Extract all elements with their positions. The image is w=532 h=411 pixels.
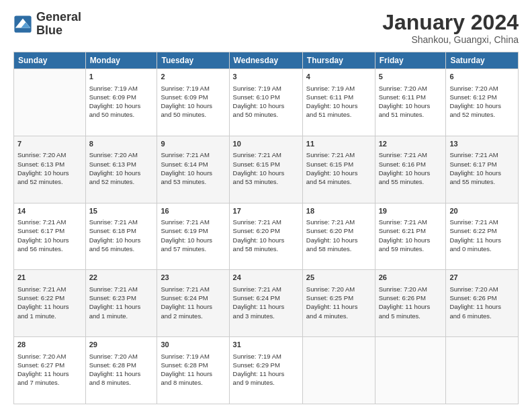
- day-info-line: Sunset: 6:26 PM: [449, 293, 515, 302]
- day-number: 28: [17, 340, 82, 350]
- day-number: 24: [233, 273, 299, 283]
- day-number: 21: [17, 273, 82, 283]
- day-number: 4: [306, 72, 371, 82]
- table-row: [446, 337, 519, 404]
- day-info-line: Daylight: 11 hours: [17, 369, 82, 378]
- day-info-line: Sunset: 6:15 PM: [233, 160, 299, 169]
- calendar-week-row: 7Sunrise: 7:20 AMSunset: 6:13 PMDaylight…: [14, 136, 519, 203]
- table-row: 13Sunrise: 7:21 AMSunset: 6:17 PMDayligh…: [446, 136, 519, 203]
- day-info-line: and 55 minutes.: [379, 177, 443, 186]
- table-row: 10Sunrise: 7:21 AMSunset: 6:15 PMDayligh…: [229, 136, 302, 203]
- day-info-line: Sunrise: 7:19 AM: [233, 352, 299, 361]
- day-info-line: Sunset: 6:11 PM: [306, 93, 371, 101]
- day-info-line: Daylight: 11 hours: [161, 302, 225, 311]
- day-info-line: and 59 minutes.: [379, 244, 443, 253]
- col-tuesday: Tuesday: [157, 52, 229, 69]
- day-info-line: and 50 minutes.: [89, 110, 154, 119]
- day-info-line: and 5 minutes.: [379, 312, 443, 320]
- day-info-line: Sunrise: 7:21 AM: [306, 218, 371, 226]
- table-row: 12Sunrise: 7:21 AMSunset: 6:16 PMDayligh…: [375, 136, 446, 203]
- day-info-line: Sunset: 6:18 PM: [89, 226, 154, 235]
- day-info-line: Sunset: 6:19 PM: [161, 226, 225, 235]
- day-info-line: Sunrise: 7:21 AM: [161, 218, 225, 226]
- day-info-line: Sunset: 6:17 PM: [17, 226, 82, 235]
- day-info-line: and 52 minutes.: [17, 177, 82, 186]
- day-info-line: Sunrise: 7:21 AM: [161, 285, 225, 293]
- day-info-line: Daylight: 10 hours: [161, 236, 225, 244]
- calendar-header-row: Sunday Monday Tuesday Wednesday Thursday…: [14, 52, 519, 69]
- day-info-line: and 9 minutes.: [233, 378, 299, 387]
- day-info-line: Sunrise: 7:21 AM: [89, 218, 154, 226]
- table-row: 31Sunrise: 7:19 AMSunset: 6:29 PMDayligh…: [229, 337, 302, 404]
- logo-line1: General: [36, 11, 81, 24]
- table-row: 26Sunrise: 7:20 AMSunset: 6:26 PMDayligh…: [375, 270, 446, 337]
- day-number: 7: [17, 139, 82, 149]
- day-number: 8: [89, 139, 154, 149]
- day-number: 5: [379, 72, 443, 82]
- day-info-line: Sunset: 6:20 PM: [306, 226, 371, 235]
- day-info-line: and 54 minutes.: [306, 177, 371, 186]
- day-info-line: Daylight: 10 hours: [449, 101, 515, 110]
- day-number: 23: [161, 273, 225, 283]
- day-info-line: Sunrise: 7:21 AM: [17, 218, 82, 226]
- day-number: 29: [89, 340, 154, 350]
- day-info-line: Sunset: 6:11 PM: [379, 93, 443, 101]
- day-info-line: Sunset: 6:23 PM: [89, 293, 154, 302]
- day-info-line: Sunset: 6:27 PM: [17, 361, 82, 369]
- day-info-line: Sunrise: 7:21 AM: [233, 150, 299, 159]
- day-info-line: and 8 minutes.: [89, 378, 154, 387]
- day-info-line: Sunrise: 7:21 AM: [379, 218, 443, 226]
- table-row: 14Sunrise: 7:21 AMSunset: 6:17 PMDayligh…: [14, 203, 86, 270]
- table-row: [375, 337, 446, 404]
- day-info-line: Sunrise: 7:20 AM: [89, 150, 154, 159]
- day-info-line: Sunset: 6:17 PM: [449, 160, 515, 169]
- day-info-line: and 7 minutes.: [17, 378, 82, 387]
- table-row: 30Sunrise: 7:19 AMSunset: 6:28 PMDayligh…: [157, 337, 229, 404]
- day-info-line: and 56 minutes.: [89, 244, 154, 253]
- table-row: 1Sunrise: 7:19 AMSunset: 6:09 PMDaylight…: [85, 69, 157, 136]
- day-info-line: Daylight: 10 hours: [379, 101, 443, 110]
- col-sunday: Sunday: [14, 52, 86, 69]
- day-number: 13: [449, 139, 515, 149]
- day-info-line: and 50 minutes.: [233, 110, 299, 119]
- table-row: 19Sunrise: 7:21 AMSunset: 6:21 PMDayligh…: [375, 203, 446, 270]
- calendar-week-row: 14Sunrise: 7:21 AMSunset: 6:17 PMDayligh…: [14, 203, 519, 270]
- day-info-line: Daylight: 10 hours: [89, 236, 154, 244]
- day-info-line: Daylight: 11 hours: [17, 302, 82, 311]
- day-info-line: Daylight: 11 hours: [449, 302, 515, 311]
- day-info-line: Sunset: 6:25 PM: [306, 293, 371, 302]
- day-info-line: Sunset: 6:29 PM: [233, 361, 299, 369]
- day-info-line: and 57 minutes.: [161, 244, 225, 253]
- day-info-line: Daylight: 10 hours: [233, 169, 299, 177]
- day-number: 20: [449, 206, 515, 216]
- table-row: 5Sunrise: 7:20 AMSunset: 6:11 PMDaylight…: [375, 69, 446, 136]
- day-info-line: Daylight: 10 hours: [161, 169, 225, 177]
- day-info-line: Sunset: 6:09 PM: [161, 93, 225, 101]
- day-info-line: Sunset: 6:13 PM: [89, 160, 154, 169]
- day-info-line: Sunrise: 7:20 AM: [17, 150, 82, 159]
- table-row: 4Sunrise: 7:19 AMSunset: 6:11 PMDaylight…: [302, 69, 375, 136]
- day-info-line: and 58 minutes.: [233, 244, 299, 253]
- day-info-line: Sunset: 6:20 PM: [233, 226, 299, 235]
- title-block: January 2024 Shankou, Guangxi, China: [382, 11, 519, 45]
- day-info-line: Daylight: 11 hours: [306, 302, 371, 311]
- day-info-line: and 8 minutes.: [161, 378, 225, 387]
- logo: General Blue: [13, 11, 81, 38]
- day-info-line: Sunrise: 7:20 AM: [89, 352, 154, 361]
- day-info-line: and 50 minutes.: [161, 110, 225, 119]
- day-info-line: Sunset: 6:14 PM: [161, 160, 225, 169]
- table-row: 2Sunrise: 7:19 AMSunset: 6:09 PMDaylight…: [157, 69, 229, 136]
- day-info-line: Sunrise: 7:21 AM: [161, 150, 225, 159]
- day-info-line: Sunrise: 7:19 AM: [233, 84, 299, 93]
- day-info-line: Sunrise: 7:21 AM: [379, 150, 443, 159]
- table-row: 21Sunrise: 7:21 AMSunset: 6:22 PMDayligh…: [14, 270, 86, 337]
- table-row: [302, 337, 375, 404]
- day-info-line: Daylight: 10 hours: [379, 236, 443, 244]
- day-info-line: and 56 minutes.: [17, 244, 82, 253]
- table-row: 3Sunrise: 7:19 AMSunset: 6:10 PMDaylight…: [229, 69, 302, 136]
- day-info-line: Daylight: 11 hours: [449, 236, 515, 244]
- day-info-line: Sunrise: 7:20 AM: [449, 84, 515, 93]
- day-number: 15: [89, 206, 154, 216]
- header: General Blue January 2024 Shankou, Guang…: [13, 11, 519, 45]
- day-info-line: Daylight: 10 hours: [17, 169, 82, 177]
